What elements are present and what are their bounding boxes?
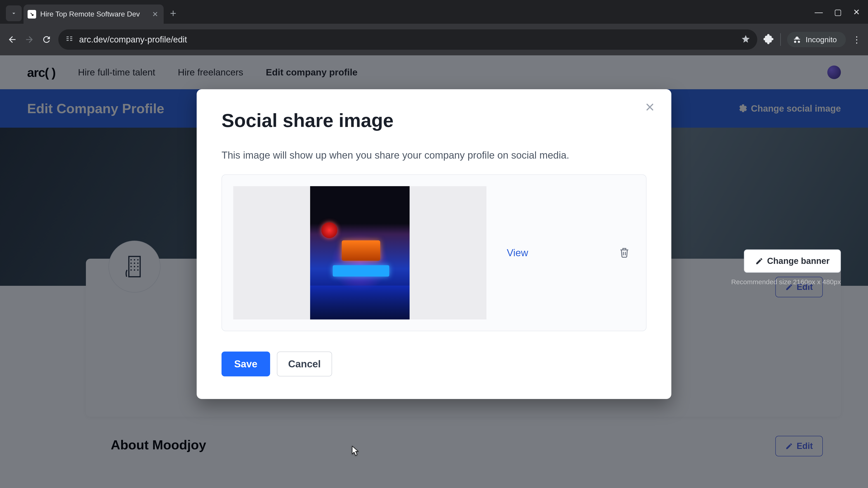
modal-title: Social share image — [221, 109, 647, 131]
modal-close-button[interactable] — [644, 101, 655, 113]
save-button[interactable]: Save — [221, 352, 270, 377]
browser-menu-button[interactable]: ⋮ — [852, 34, 861, 45]
modal-overlay[interactable]: Social share image This image will show … — [0, 55, 868, 488]
banner-size-hint: Recommended size 2160px x 480px — [731, 278, 841, 286]
incognito-label: Incognito — [806, 35, 837, 44]
new-tab-button[interactable]: + — [170, 7, 176, 21]
trash-icon — [618, 247, 630, 258]
modal-description: This image will show up when you share y… — [221, 150, 647, 161]
incognito-icon — [793, 35, 802, 44]
modal-actions: Save Cancel — [221, 352, 647, 377]
image-preview-frame — [233, 186, 487, 320]
forward-button[interactable] — [24, 34, 35, 45]
address-bar[interactable]: arc.dev/company-profile/edit — [58, 29, 757, 50]
change-banner-button[interactable]: Change banner — [744, 250, 841, 273]
browser-tab[interactable]: ↘ Hire Top Remote Software Dev ✕ — [24, 4, 164, 24]
extensions-icon[interactable] — [764, 34, 774, 45]
minimize-button[interactable]: — — [815, 7, 823, 17]
site-settings-icon[interactable] — [65, 34, 74, 45]
mouse-cursor — [352, 446, 360, 457]
window-controls: — ▢ ✕ — [815, 7, 860, 17]
image-preview — [310, 186, 410, 320]
bookmark-icon[interactable] — [741, 34, 750, 45]
tab-search-button[interactable] — [6, 5, 22, 21]
cancel-button[interactable]: Cancel — [277, 352, 332, 377]
pencil-icon — [755, 257, 763, 265]
page: arc( ) Hire full-time talent Hire freela… — [0, 55, 868, 488]
tab-favicon: ↘ — [28, 10, 36, 19]
tab-close-icon[interactable]: ✕ — [152, 10, 158, 19]
delete-image-button[interactable] — [618, 247, 630, 259]
back-button[interactable] — [7, 34, 18, 45]
browser-toolbar: arc.dev/company-profile/edit Incognito ⋮ — [0, 24, 868, 55]
maximize-button[interactable]: ▢ — [834, 7, 842, 17]
image-preview-box: View — [221, 174, 647, 331]
social-share-modal: Social share image This image will show … — [197, 89, 671, 399]
close-icon — [644, 101, 655, 113]
incognito-indicator[interactable]: Incognito — [787, 32, 846, 47]
tab-title: Hire Top Remote Software Dev — [40, 10, 148, 18]
toolbar-separator — [780, 33, 781, 46]
url-text: arc.dev/company-profile/edit — [79, 35, 736, 44]
browser-tab-strip: ↘ Hire Top Remote Software Dev ✕ + — ▢ ✕ — [0, 0, 868, 24]
close-window-button[interactable]: ✕ — [853, 7, 860, 17]
reload-button[interactable] — [41, 34, 52, 45]
view-image-link[interactable]: View — [507, 247, 528, 258]
chevron-down-icon — [10, 10, 17, 17]
